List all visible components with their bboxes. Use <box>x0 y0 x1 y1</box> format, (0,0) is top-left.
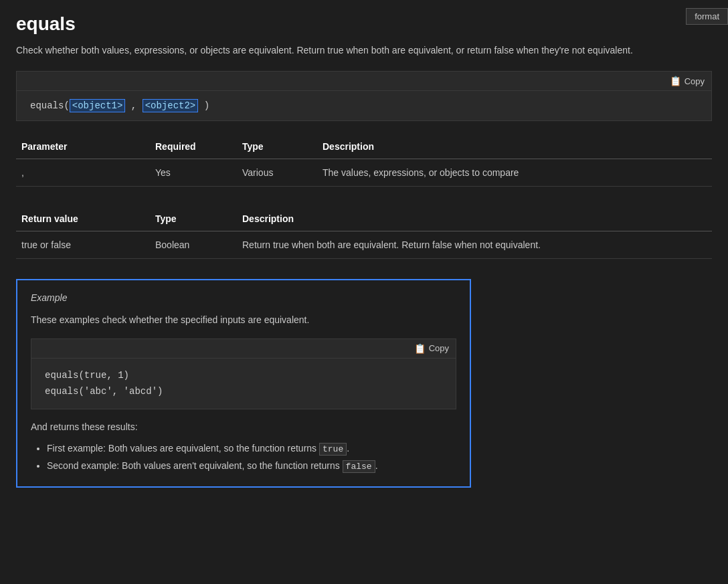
result-inline-code: true <box>319 443 347 456</box>
result-item: Second example: Both values aren't equiv… <box>47 458 456 474</box>
return-row: true or false Boolean Return true when b… <box>16 231 712 259</box>
results-list: First example: Both values are equivalen… <box>31 440 456 474</box>
return-col-type: Type <box>150 207 237 231</box>
results-title: And returns these results: <box>31 421 456 432</box>
params-header-row: Parameter Required Type Description <box>16 134 712 159</box>
description: Check whether both values, expressions, … <box>16 43 685 58</box>
syntax-separator: , <box>125 100 142 111</box>
syntax-prefix: equals( <box>30 100 70 111</box>
example-box: Example These examples check whether the… <box>16 279 471 488</box>
syntax-code-header: 📋 Copy <box>17 72 711 91</box>
param2-highlight: <object2> <box>143 99 199 112</box>
return-cell-value: true or false <box>16 231 150 259</box>
params-cell-description: The values, expressions, or objects to c… <box>317 159 712 187</box>
return-cell-type: Boolean <box>150 231 237 259</box>
syntax-code-block: 📋 Copy equals(<object1> , <object2> ) <box>16 71 712 121</box>
params-col-required: Required <box>150 134 237 159</box>
return-col-description: Description <box>237 207 712 231</box>
result-inline-code: false <box>343 460 375 473</box>
params-cell-parameter: , <box>16 159 150 187</box>
example-copy-button[interactable]: 📋 Copy <box>414 343 449 354</box>
example-code-header: 📋 Copy <box>31 339 456 359</box>
code-line: equals(true, 1) <box>45 368 442 384</box>
return-cell-description: Return true when both are equivalent. Re… <box>237 231 712 259</box>
params-col-parameter: Parameter <box>16 134 150 159</box>
params-row: , Yes Various The values, expressions, o… <box>16 159 712 187</box>
result-text-before: First example: Both values are equivalen… <box>47 443 319 454</box>
result-text-after: . <box>375 460 378 471</box>
format-button[interactable]: format <box>686 8 728 25</box>
result-text-after: . <box>347 443 349 454</box>
return-col-value: Return value <box>16 207 150 231</box>
example-description: These examples check whether the specifi… <box>31 312 456 327</box>
example-title: Example <box>31 292 456 303</box>
syntax-copy-label: Copy <box>685 76 705 86</box>
example-code-content: equals(true, 1)equals('abc', 'abcd') <box>31 359 456 409</box>
page-title: equals <box>16 13 76 35</box>
syntax-copy-button[interactable]: 📋 Copy <box>670 76 705 86</box>
result-text-before: Second example: Both values aren't equiv… <box>47 460 343 471</box>
params-cell-required: Yes <box>150 159 237 187</box>
example-copy-label: Copy <box>429 343 449 353</box>
top-bar: equals format <box>16 13 712 43</box>
code-line: equals('abc', 'abcd') <box>45 384 442 400</box>
copy-icon: 📋 <box>670 76 681 86</box>
return-table: Return value Type Description true or fa… <box>16 207 712 259</box>
param1-highlight: <object1> <box>70 99 126 112</box>
syntax-suffix: ) <box>198 100 209 111</box>
params-cell-type: Various <box>237 159 317 187</box>
return-header-row: Return value Type Description <box>16 207 712 231</box>
example-code-block: 📋 Copy equals(true, 1)equals('abc', 'abc… <box>31 338 456 410</box>
params-col-description: Description <box>317 134 712 159</box>
syntax-code-content: equals(<object1> , <object2> ) <box>17 91 711 120</box>
params-table: Parameter Required Type Description , Ye… <box>16 134 712 187</box>
result-item: First example: Both values are equivalen… <box>47 440 456 457</box>
params-col-type: Type <box>237 134 317 159</box>
copy-icon-2: 📋 <box>414 343 426 354</box>
